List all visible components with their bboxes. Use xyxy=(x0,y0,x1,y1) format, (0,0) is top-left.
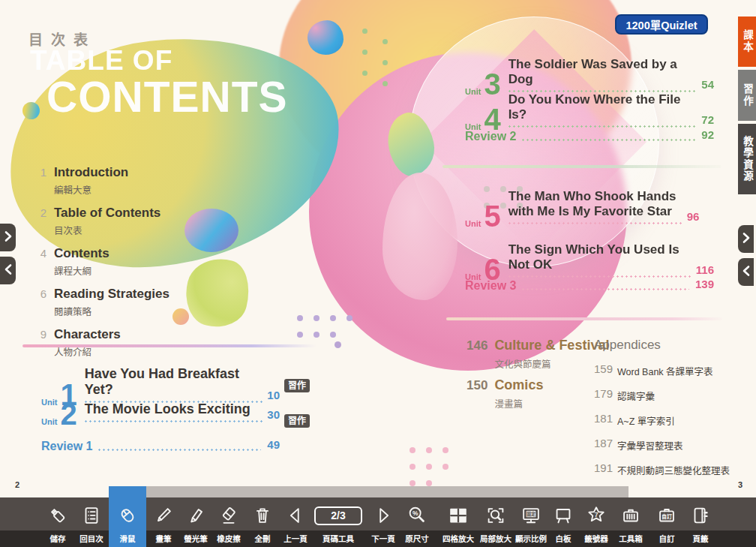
divider-pink xyxy=(446,317,722,320)
toolbar-quad-zoom-button[interactable]: 四格放大 xyxy=(442,486,475,547)
page-indicator[interactable]: 2/3 xyxy=(314,506,362,525)
toolbox-icon xyxy=(620,503,642,527)
toc-entry-characters[interactable]: 9 Characters 人物介紹 xyxy=(33,327,228,359)
toc-entry-review-2[interactable]: Review 2 92 xyxy=(465,128,714,146)
quizlet-button[interactable]: 1200單Quizlet xyxy=(615,14,708,35)
toolbar-back-to-toc-button[interactable]: 回目次 xyxy=(75,486,108,547)
toc-entry-word-bank[interactable]: 159 Word Bank 各課單字表 xyxy=(594,362,733,378)
toc-entry-table-of-contents[interactable]: 2 Table of Contents 目次表 xyxy=(33,206,228,237)
deco-blob-center-pink xyxy=(382,173,458,300)
chevron-right-icon xyxy=(742,232,751,247)
unit-2-title: The Movie Looks Exciting xyxy=(85,401,263,417)
toolbar-whiteboard-button[interactable]: 白板 xyxy=(547,486,580,547)
toolbar-page-tool-button[interactable]: 2/3 頁碼工具 xyxy=(309,486,368,547)
toolbar-toolbox-button[interactable]: 工具箱 xyxy=(614,486,647,547)
unit-2-page-number: 30 xyxy=(267,408,280,426)
dotted-leader xyxy=(522,288,688,290)
entry-subtitle: 人物介紹 xyxy=(54,344,121,359)
toc-entry-vocabulary[interactable]: 179 認識字彙 xyxy=(594,387,733,403)
custom-case-icon: 自訂 xyxy=(656,503,678,527)
unit-1-title: Have You Had Breakfast Yet? xyxy=(85,366,263,398)
book-page-number-left: 2 xyxy=(15,480,20,489)
dotted-leader xyxy=(508,125,698,128)
toc-entry-vocab-chart[interactable]: 187 字彙學習整理表 xyxy=(594,437,733,452)
toc-entry-reading-strategies[interactable]: 6 Reading Strategies 閱讀策略 xyxy=(33,287,228,318)
toc-entry-introduction[interactable]: 1 Introduction 編輯大意 xyxy=(33,165,228,197)
toolbar-pen-button[interactable]: 畫筆 xyxy=(147,486,180,547)
workbook-badge-unit-2[interactable]: 習作 xyxy=(284,414,310,428)
triangle-right-icon xyxy=(372,503,394,527)
mouse-icon xyxy=(116,503,139,527)
front-matter-list: 1 Introduction 編輯大意 2 Table of Contents … xyxy=(33,165,228,368)
toc-entry-review-1[interactable]: Review 1 49 xyxy=(41,438,280,456)
toc-entry-unit-3[interactable]: Unit3 The Soldier Was Saved by a Dog 54 xyxy=(465,57,714,96)
toolbar-mouse-button[interactable]: 滑鼠 xyxy=(109,486,146,547)
dotted-leader xyxy=(522,139,695,141)
appendices-section: Appendices 159 Word Bank 各課單字表 179 認識字彙 … xyxy=(594,338,733,486)
star-seven-icon: 7 xyxy=(585,503,608,527)
magnifier-percent-icon: % xyxy=(406,503,428,527)
toolbar-number-picker-button[interactable]: 7 籤號器 xyxy=(580,486,613,547)
toolbar-next-page-button[interactable]: 下一頁 xyxy=(367,486,400,547)
toc-entry-unit-5[interactable]: Unit5 The Man Who Shook Hands with Me Is… xyxy=(465,189,714,228)
book-page-number-right: 3 xyxy=(738,480,742,489)
entry-title: Characters xyxy=(54,327,121,342)
deco-dot-tealyellow xyxy=(22,102,40,119)
toolbar-custom-button[interactable]: 自訂 自訂 xyxy=(650,486,683,547)
toc-entry-unit-4[interactable]: Unit4 Do You Know Where the File Is? 72 xyxy=(465,92,714,131)
edge-nav-right-collapse-button[interactable] xyxy=(738,258,754,286)
pen-icon xyxy=(152,503,175,527)
toolbar-region-zoom-button[interactable]: 局部放大 xyxy=(479,486,512,547)
toolbar-highlighter-button[interactable]: 螢光筆 xyxy=(179,486,212,547)
toc-entry-unit-2[interactable]: Unit2 The Movie Looks Exciting 30 xyxy=(41,401,280,426)
tab-textbook[interactable]: 課本 xyxy=(738,17,756,67)
entry-subtitle: 目次表 xyxy=(54,223,160,237)
highlighter-icon xyxy=(184,503,207,527)
chevron-left-icon xyxy=(4,263,13,278)
tab-teaching-resources[interactable]: 教學資源 xyxy=(738,124,756,194)
entry-page-number: 9 xyxy=(33,327,46,359)
deco-blob-blue xyxy=(308,20,344,55)
edge-nav-left-collapse-button[interactable] xyxy=(0,257,16,284)
toc-entry-irregular-verbs[interactable]: 191 不規則動詞三態變化整理表 xyxy=(594,461,733,477)
toolbar-prev-page-button[interactable]: 上一頁 xyxy=(279,486,312,547)
svg-text:%: % xyxy=(412,509,418,517)
entry-subtitle: 編輯大意 xyxy=(54,182,128,197)
page-title-en-line2: CONTENTS xyxy=(46,72,288,122)
unit-4-title: Do You Know Where the File Is? xyxy=(508,92,698,122)
tab-workbook[interactable]: 習作 xyxy=(738,70,756,121)
entry-subtitle: 課程大綱 xyxy=(54,263,110,278)
svg-text:自訂: 自訂 xyxy=(662,513,672,520)
ebook-reader: 目次表 TABLE OF CONTENTS 1200單Quizlet 1 Int… xyxy=(0,0,756,547)
entry-title: Contents xyxy=(54,246,110,261)
toc-entry-review-3[interactable]: Review 3 139 xyxy=(465,278,714,296)
chevron-left-icon xyxy=(742,265,751,280)
toolbar-save-button[interactable]: 儲存 xyxy=(41,486,74,547)
toolbar-delete-all-button[interactable]: 全刪 xyxy=(246,486,279,547)
divider-green xyxy=(442,165,722,168)
toc-entry-comics[interactable]: 150 Comics 漫畫篇 xyxy=(466,377,543,410)
toc-entry-culture-festival[interactable]: 146 Culture & Festival 文化與節慶篇 xyxy=(466,338,609,371)
toolbar-display-scale-button[interactable]: 固定 顯示比例 xyxy=(514,486,548,547)
monitor-fixed-icon: 固定 xyxy=(520,503,542,527)
triangle-left-icon xyxy=(284,503,307,527)
edge-nav-right-expand-button[interactable] xyxy=(738,225,754,253)
toolbar-original-size-button[interactable]: % 原尺寸 xyxy=(400,486,434,547)
toolbar-eraser-button[interactable]: 橡皮擦 xyxy=(212,486,245,547)
entry-page-number: 4 xyxy=(33,246,46,278)
entry-page-number: 1 xyxy=(33,165,46,197)
chevron-right-icon xyxy=(4,230,13,245)
entry-title: Table of Contents xyxy=(54,206,160,221)
toc-entry-contents[interactable]: 4 Contents 課程大綱 xyxy=(33,246,228,278)
edge-nav-left-expand-button[interactable] xyxy=(0,224,16,251)
toc-entry-unit-6[interactable]: Unit6 The Sign Which You Used Is Not OK … xyxy=(465,242,714,281)
entry-page-number: 6 xyxy=(33,287,46,318)
toc-entry-word-index[interactable]: 181 A~Z 單字索引 xyxy=(594,412,733,428)
toolbar-page-tabs-button[interactable]: 頁籤 xyxy=(684,486,717,547)
magnifier-brackets-icon xyxy=(484,503,507,527)
toc-list-icon xyxy=(80,503,103,527)
unit-5-tag: Unit5 xyxy=(465,205,501,228)
workbook-badge-unit-1[interactable]: 習作 xyxy=(284,379,310,392)
page-indicator-box: 2/3 xyxy=(314,503,362,527)
bottom-toolbar: 儲存 回目次 滑鼠 畫筆 螢光筆 xyxy=(0,497,756,547)
